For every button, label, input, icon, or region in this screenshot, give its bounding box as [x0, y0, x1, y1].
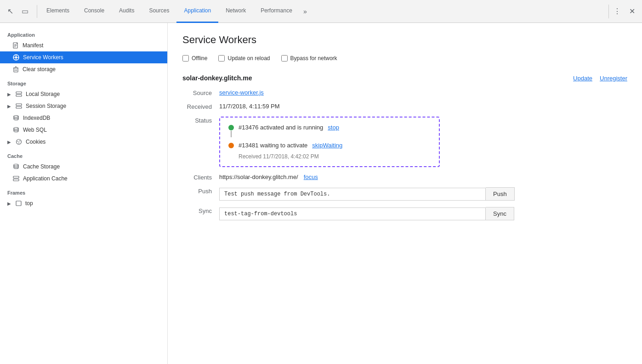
sync-label: Sync	[182, 207, 219, 214]
status-text-waiting: #13481 waiting to activate	[239, 142, 307, 149]
sidebar-item-application-cache[interactable]: Application Cache	[0, 173, 167, 185]
sidebar-item-label-manifest: Manifest	[23, 42, 43, 49]
sidebar-item-label-top: top	[25, 200, 33, 207]
svg-rect-27	[13, 179, 19, 181]
status-dot-green	[228, 125, 234, 130]
more-options-icon[interactable]: ⋮	[611, 5, 624, 18]
close-icon[interactable]: ✕	[625, 5, 638, 18]
checkbox-text-update-on-reload: Update on reload	[227, 55, 270, 62]
unregister-link[interactable]: Unregister	[600, 75, 627, 82]
tab-application[interactable]: Application	[176, 0, 218, 23]
main-layout: ApplicationManifestService WorkersClear …	[0, 23, 642, 364]
sidebar-item-label-session-storage: Session Storage	[26, 103, 66, 109]
tab-bar: ElementsConsoleAuditsSourcesApplicationN…	[39, 0, 607, 23]
tab-network[interactable]: Network	[218, 0, 253, 23]
tab-performance[interactable]: Performance	[253, 0, 300, 23]
svg-point-22	[17, 141, 18, 142]
source-file-link[interactable]: service-worker.js	[219, 89, 264, 96]
sw-domain-row: solar-donkey.glitch.me Update Unregister	[182, 74, 627, 82]
cache-storage-icon	[13, 163, 19, 170]
checkboxes-row: OfflineUpdate on reloadBypass for networ…	[182, 55, 627, 62]
sidebar-item-label-indexeddb: IndexedDB	[23, 115, 50, 121]
tab-audits[interactable]: Audits	[112, 0, 142, 23]
clear-storage-icon	[13, 66, 19, 73]
received-date: 11/7/2018, 4:11:59 PM	[219, 103, 627, 110]
device-icon[interactable]: ▭	[18, 5, 31, 18]
arrow-icon: ▶	[7, 92, 11, 97]
svg-point-24	[18, 143, 19, 144]
svg-rect-26	[13, 176, 19, 178]
push-input-row: Push	[219, 187, 515, 201]
checkbox-label-offline[interactable]: Offline	[182, 55, 207, 62]
svg-rect-18	[16, 106, 22, 108]
checkbox-label-update-on-reload[interactable]: Update on reload	[218, 55, 270, 62]
sidebar-item-indexeddb[interactable]: IndexedDB	[0, 112, 167, 124]
status-line-1: #13476 activated and is running stop	[228, 124, 431, 137]
sidebar-item-label-cache-storage: Cache Storage	[23, 163, 60, 170]
sidebar-item-service-workers[interactable]: Service Workers	[0, 51, 167, 63]
svg-point-20	[14, 128, 18, 129]
web-sql-icon	[13, 127, 19, 133]
status-connector	[231, 131, 232, 137]
svg-point-19	[14, 116, 18, 118]
tab-overflow[interactable]: »	[300, 8, 311, 15]
tab-console[interactable]: Console	[77, 0, 112, 23]
checkbox-update-on-reload[interactable]	[218, 55, 225, 62]
status-dot-orange	[228, 143, 234, 148]
status-value: #13476 activated and is running stop #13…	[219, 117, 627, 167]
svg-rect-16	[16, 95, 22, 96]
service-workers-icon	[13, 54, 19, 61]
source-row: Source service-worker.js	[182, 89, 627, 96]
checkbox-bypass-for-network[interactable]	[281, 55, 288, 62]
sidebar-item-label-application-cache: Application Cache	[23, 175, 68, 182]
arrow-icon: ▶	[7, 201, 11, 206]
sync-button[interactable]: Sync	[486, 207, 514, 220]
skip-waiting-link[interactable]: skipWaiting	[312, 142, 342, 149]
update-link[interactable]: Update	[573, 75, 592, 82]
received-label: Received	[182, 103, 219, 110]
top-icon	[16, 201, 22, 206]
push-row: Push Push	[182, 187, 627, 201]
sidebar-item-top[interactable]: ▶top	[0, 197, 167, 209]
toolbar: ↖ ▭ ElementsConsoleAuditsSourcesApplicat…	[0, 0, 642, 23]
sidebar-item-clear-storage[interactable]: Clear storage	[0, 63, 167, 75]
cursor-icon[interactable]: ↖	[4, 5, 17, 18]
sync-input-row: Sync	[219, 207, 514, 220]
checkbox-label-bypass-for-network[interactable]: Bypass for network	[281, 55, 337, 62]
sw-entry: solar-donkey.glitch.me Update Unregister…	[182, 74, 627, 220]
sync-input[interactable]	[219, 207, 486, 220]
sidebar-item-label-clear-storage: Clear storage	[23, 66, 56, 73]
source-value: service-worker.js	[219, 89, 627, 96]
sidebar-item-manifest[interactable]: Manifest	[0, 39, 167, 51]
stop-link[interactable]: stop	[328, 124, 339, 131]
status-line-running: #13476 activated and is running stop	[228, 124, 431, 131]
push-button[interactable]: Push	[486, 187, 515, 201]
clients-label: Clients	[182, 174, 219, 181]
checkbox-offline[interactable]	[182, 55, 189, 62]
sw-domain: solar-donkey.glitch.me	[182, 74, 252, 82]
sidebar-item-local-storage[interactable]: ▶Local Storage	[0, 88, 167, 100]
sidebar-item-web-sql[interactable]: Web SQL	[0, 124, 167, 136]
session-storage-icon	[16, 103, 22, 109]
sidebar-item-cookies[interactable]: ▶Cookies	[0, 136, 167, 148]
focus-link[interactable]: focus	[304, 174, 318, 180]
sw-actions: Update Unregister	[573, 75, 627, 82]
application-cache-icon	[13, 176, 19, 181]
push-label: Push	[182, 188, 219, 195]
checkbox-text-offline: Offline	[192, 55, 207, 62]
sidebar-item-cache-storage[interactable]: Cache Storage	[0, 161, 167, 173]
sidebar-section-storage: Storage	[0, 75, 167, 88]
push-input[interactable]	[219, 188, 486, 201]
tab-elements[interactable]: Elements	[39, 0, 77, 23]
indexeddb-icon	[13, 115, 19, 121]
toolbar-icons: ↖ ▭	[4, 5, 37, 18]
page-title: Service Workers	[182, 34, 627, 46]
svg-rect-28	[16, 201, 21, 206]
tab-sources[interactable]: Sources	[142, 0, 176, 23]
status-row: Status #13476 activated and is running s…	[182, 117, 627, 167]
svg-point-23	[19, 140, 20, 141]
source-label: Source	[182, 90, 219, 96]
sidebar-item-session-storage[interactable]: ▶Session Storage	[0, 100, 167, 112]
sidebar-section-frames: Frames	[0, 185, 167, 197]
svg-rect-15	[16, 92, 22, 94]
